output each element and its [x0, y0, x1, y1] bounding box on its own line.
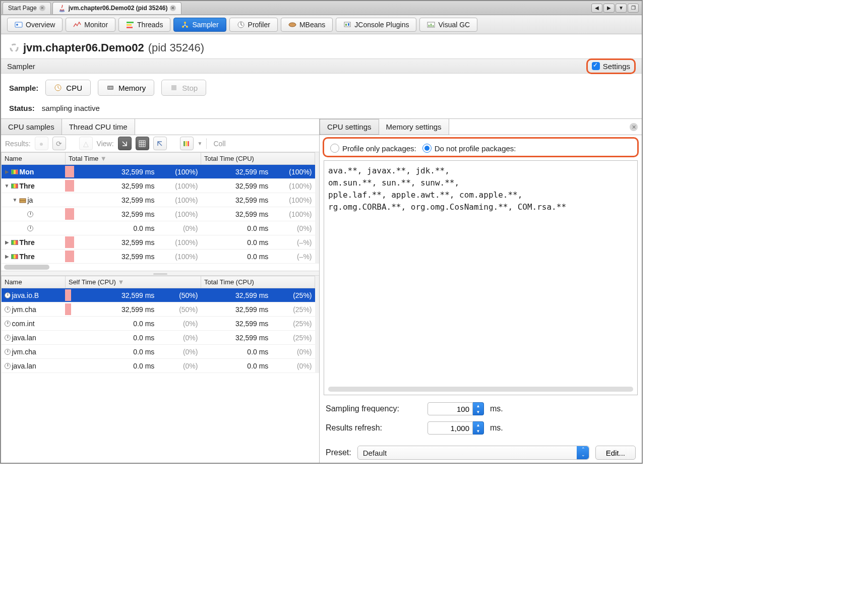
svg-point-10 — [289, 23, 296, 27]
vscroll[interactable] — [315, 276, 319, 373]
table-row[interactable]: java.lan0.0 ms(0%)32,599 ms(25%) — [2, 331, 315, 345]
visualvm-window: Start Page ✕ jvm.chapter06.Demo02 (pid 3… — [0, 0, 643, 464]
settings-toggle[interactable]: Settings — [586, 58, 636, 74]
label: Visual GC — [438, 21, 470, 29]
profiler-icon — [237, 21, 245, 29]
vscroll[interactable] — [315, 152, 319, 264]
table-row[interactable]: jvm.cha0.0 ms(0%)0.0 ms(0%) — [2, 345, 315, 359]
close-icon[interactable]: ✕ — [170, 5, 176, 11]
spinner-buttons[interactable]: ▲▼ — [473, 421, 484, 435]
frequency-input[interactable] — [427, 402, 473, 415]
tab-thread-cpu[interactable]: Thread CPU time — [62, 119, 135, 135]
bottom-table-wrap: Name Self Time (CPU) ▼ Total Time (CPU) … — [1, 276, 319, 373]
tool-profiler[interactable]: Profiler — [229, 18, 278, 32]
table-row[interactable]: jvm.cha32,599 ms(50%)32,599 ms(25%) — [2, 302, 315, 317]
left-tabs: CPU samples Thread CPU time — [1, 119, 319, 135]
cpu-button[interactable]: CPU — [45, 80, 91, 96]
table-row[interactable]: java.lan0.0 ms(0%)0.0 ms(0%) — [2, 359, 315, 373]
record-icon[interactable]: ● — [35, 137, 48, 150]
table-row[interactable]: ▼ja32,599 ms(100%)32,599 ms(100%) — [2, 193, 315, 207]
tool-threads[interactable]: Threads — [118, 18, 170, 32]
tool-jconsole[interactable]: JConsole Plugins — [336, 18, 416, 32]
unit: ms. — [490, 404, 503, 413]
tab-label: jvm.chapter06.Demo02 (pid 35246) — [69, 5, 168, 12]
tool-overview[interactable]: Overview — [7, 18, 63, 32]
horizontal-splitter[interactable] — [1, 271, 319, 276]
maximize-icon[interactable]: ❐ — [628, 4, 639, 13]
delta-icon[interactable]: △ — [79, 137, 93, 150]
settings-checkbox[interactable] — [592, 62, 600, 70]
radio-input[interactable] — [330, 144, 339, 153]
svg-rect-21 — [108, 87, 109, 89]
table-row[interactable]: java.io.B32,599 ms(50%)32,599 ms(25%) — [2, 288, 315, 302]
tab-process[interactable]: jvm.chapter06.Demo02 (pid 35246) ✕ — [52, 2, 182, 14]
table-row[interactable]: 32,599 ms(100%)32,599 ms(100%) — [2, 207, 315, 221]
columns-icon[interactable] — [180, 137, 194, 150]
table-row[interactable]: com.int0.0 ms(0%)32,599 ms(25%) — [2, 317, 315, 331]
tab-cpu-samples[interactable]: CPU samples — [1, 119, 62, 135]
tool-sampler[interactable]: Sampler — [173, 18, 226, 32]
label: CPU — [66, 84, 82, 92]
nav-back-icon[interactable]: ◀ — [591, 4, 602, 13]
window-tabs: Start Page ✕ jvm.chapter06.Demo02 (pid 3… — [1, 1, 642, 15]
refresh-icon[interactable]: ⟳ — [52, 137, 66, 150]
radio-not-packages[interactable]: Do not profile packages: — [422, 144, 516, 153]
tab-memory-settings[interactable]: Memory settings — [379, 119, 449, 135]
collapse-label[interactable]: Coll — [213, 140, 225, 148]
refresh-input[interactable] — [427, 421, 473, 435]
preset-row: Preset: Default Edit... — [320, 438, 642, 463]
label: Preset: — [326, 448, 351, 457]
tab-cpu-settings[interactable]: CPU settings — [320, 119, 379, 135]
close-icon[interactable]: ✕ — [39, 5, 45, 11]
left-pane: CPU samples Thread CPU time Results: ● ⟳… — [1, 119, 320, 463]
label: Do not profile packages: — [435, 144, 516, 153]
view-reverse-icon[interactable] — [153, 137, 167, 150]
hscroll[interactable] — [328, 387, 633, 392]
tool-mbeans[interactable]: MBeans — [281, 18, 333, 32]
col-total-cpu[interactable]: Total Time (CPU) — [201, 153, 315, 165]
tool-monitor[interactable]: Monitor — [66, 18, 115, 32]
edit-button[interactable]: Edit... — [595, 446, 636, 460]
spinner-buttons[interactable]: ▲▼ — [473, 402, 484, 415]
top-table: Name Total Time ▼ Total Time (CPU) ▶Mon3… — [1, 152, 315, 264]
dropdown-icon[interactable]: ▼ — [616, 4, 627, 13]
filter-text: ava.**, javax.**, jdk.**, om.sun.**, sun… — [328, 165, 633, 213]
clock-icon — [54, 84, 62, 92]
radio-input[interactable] — [422, 144, 432, 153]
frequency-spinner[interactable]: ▲▼ — [427, 402, 484, 415]
view-tree-icon[interactable] — [118, 137, 132, 150]
svg-rect-11 — [344, 22, 350, 27]
memory-button[interactable]: Memory — [98, 80, 154, 96]
package-filter-textarea[interactable]: ava.**, javax.**, jdk.**, om.sun.**, sun… — [324, 160, 638, 395]
refresh-spinner[interactable]: ▲▼ — [427, 421, 484, 435]
table-row[interactable]: ▶Thre32,599 ms(100%)0.0 ms(–%) — [2, 250, 315, 264]
radio-only-packages[interactable]: Profile only packages: — [330, 144, 416, 153]
svg-rect-24 — [171, 85, 176, 90]
status-row: Status: sampling inactive — [1, 102, 642, 118]
page-header: jvm.chapter06.Demo02 (pid 35246) — [1, 34, 642, 58]
col-total[interactable]: Total Time ▼ — [65, 153, 201, 165]
label: Profile only packages: — [342, 144, 416, 153]
svg-rect-28 — [188, 141, 189, 146]
status-label: Status: — [9, 104, 35, 112]
table-row[interactable]: ▶Mon32,599 ms(100%)32,599 ms(100%) — [2, 165, 315, 179]
table-row[interactable]: 0.0 ms(0%)0.0 ms(0%) — [2, 221, 315, 235]
tool-visualgc[interactable]: Visual GC — [419, 18, 477, 32]
col-name[interactable]: Name — [2, 276, 66, 288]
nav-fwd-icon[interactable]: ▶ — [603, 4, 615, 13]
close-icon[interactable]: ✕ — [630, 123, 638, 131]
svg-point-6 — [184, 22, 186, 24]
col-self[interactable]: Self Time (CPU) ▼ — [65, 276, 201, 288]
label: Monitor — [84, 21, 108, 29]
svg-rect-12 — [345, 24, 347, 26]
hscroll[interactable] — [1, 264, 319, 271]
table-row[interactable]: ▶Thre32,599 ms(100%)0.0 ms(–%) — [2, 235, 315, 250]
view-table-icon[interactable] — [136, 137, 149, 150]
stop-button[interactable]: Stop — [161, 80, 206, 96]
col-name[interactable]: Name — [2, 153, 66, 165]
label: MBeans — [299, 21, 325, 29]
table-row[interactable]: ▼Thre32,599 ms(100%)32,599 ms(100%) — [2, 179, 315, 193]
col-total[interactable]: Total Time (CPU) — [201, 276, 315, 288]
preset-select[interactable]: Default — [357, 446, 589, 460]
tab-start-page[interactable]: Start Page ✕ — [3, 2, 51, 14]
